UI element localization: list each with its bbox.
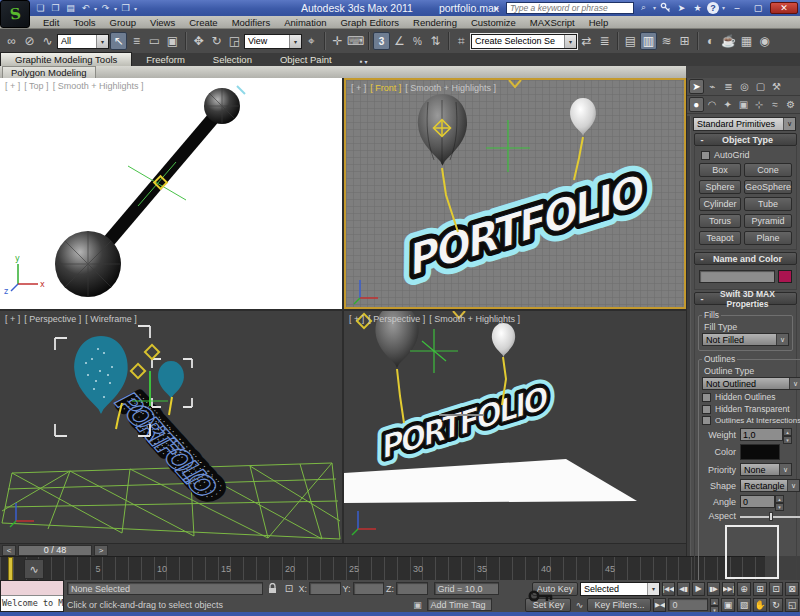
spinner-arrows-icon[interactable]: ▴▾: [775, 495, 784, 508]
subscription-key-icon[interactable]: [659, 1, 672, 14]
menu-customize[interactable]: Customize: [464, 17, 523, 28]
plane-button[interactable]: Plane: [744, 231, 792, 245]
modify-tab-icon[interactable]: ⌁: [705, 79, 720, 94]
cylinder-button[interactable]: Cylinder: [699, 197, 741, 211]
next-frame-button[interactable]: ▮▶: [707, 582, 720, 596]
undo-icon[interactable]: ↶: [79, 2, 92, 15]
viewport-top[interactable]: [ + ] [ Top ] [ Smooth + Highlights ]: [0, 78, 342, 309]
spinner-arrows-icon[interactable]: ▴▾: [783, 428, 792, 441]
viewport-perspective-shaded[interactable]: [ + ] [ Perspective ] [ Smooth + Highlig…: [344, 311, 686, 543]
hidden-outlines-checkbox[interactable]: Hidden Outlines: [702, 392, 800, 402]
view port-name-label[interactable]: [ Perspective ]: [368, 314, 425, 324]
layer-manager-icon[interactable]: ▤: [622, 32, 639, 50]
display-tab-icon[interactable]: ▢: [753, 79, 768, 94]
menu-rendering[interactable]: Rendering: [406, 17, 464, 28]
viewport-shading-label[interactable]: [ Smooth + Highlights ]: [429, 314, 520, 324]
create-tab-icon[interactable]: ➤: [689, 79, 704, 94]
frame-spinner-icon[interactable]: ▴▾: [710, 598, 719, 611]
menu-modifiers[interactable]: Modifiers: [225, 17, 278, 28]
angle-spinner[interactable]: 0 ▴▾: [740, 495, 784, 508]
infocenter-expander-icon[interactable]: ▸: [490, 1, 503, 14]
ribbon-tab-object-paint[interactable]: Object Paint: [266, 53, 346, 66]
name-color-header[interactable]: - Name and Color: [694, 252, 797, 265]
priority-dropdown[interactable]: None ∨: [740, 463, 792, 476]
outline-type-dropdown[interactable]: Not Outlined ∨: [702, 377, 800, 390]
x-coord-field[interactable]: [309, 582, 341, 595]
rendered-frame-window-icon[interactable]: ▦: [738, 32, 755, 50]
geometry-category-icon[interactable]: ●: [689, 97, 704, 112]
named-selection-set-dropdown[interactable]: Create Selection Se ▾: [471, 34, 577, 49]
undo-caret-icon[interactable]: ▾: [94, 5, 97, 12]
cameras-category-icon[interactable]: ▣: [736, 97, 751, 112]
shape-dropdown[interactable]: Rectangle ∨: [740, 479, 800, 492]
window-crossing-icon[interactable]: ▣: [164, 32, 181, 50]
viewport-name-label[interactable]: [ Top ]: [24, 81, 48, 91]
menu-help[interactable]: Help: [582, 17, 616, 28]
select-and-manipulate-icon[interactable]: ✛: [329, 32, 346, 50]
select-object-icon[interactable]: ↖: [110, 32, 127, 50]
viewport-menu-label[interactable]: [ + ]: [5, 314, 20, 324]
time-slider-next-button[interactable]: >: [94, 545, 108, 556]
material-editor-icon[interactable]: ◐: [702, 32, 719, 50]
maximize-viewport-icon[interactable]: ◱: [785, 598, 799, 612]
redo-icon[interactable]: ↷: [99, 2, 112, 15]
outline-color-swatch[interactable]: [740, 444, 780, 460]
workspace-caret-icon[interactable]: ▾: [134, 5, 137, 12]
snap-toggle-3d-icon[interactable]: 3: [373, 32, 390, 50]
selection-lock-icon[interactable]: [265, 582, 279, 595]
previous-frame-button[interactable]: ◀▮: [677, 582, 690, 596]
unlink-selection-icon[interactable]: ⊘: [21, 32, 38, 50]
weight-spinner[interactable]: 1,0 ▴▾: [740, 428, 792, 441]
zoom-icon[interactable]: ⊕: [737, 582, 751, 596]
ribbon-tab-selection[interactable]: Selection: [199, 53, 266, 66]
helpers-category-icon[interactable]: ⊹: [752, 97, 767, 112]
app-menu-button[interactable]: S: [0, 0, 30, 28]
spinner-snap-icon[interactable]: ⇅: [427, 32, 444, 50]
go-to-start-button[interactable]: |◀◀: [662, 582, 675, 596]
maxscript-mini-listener[interactable]: Welcome to M: [0, 580, 64, 612]
object-type-header[interactable]: - Object Type: [694, 133, 797, 146]
favorites-star-icon[interactable]: ★: [691, 1, 704, 14]
ribbon-panel-polygon-modeling[interactable]: Polygon Modeling: [2, 66, 96, 78]
primitive-category-dropdown[interactable]: Standard Primitives ∨: [693, 117, 796, 131]
play-button[interactable]: ▶: [692, 582, 705, 596]
ribbon-tab-freeform[interactable]: Freeform: [132, 53, 199, 66]
cone-button[interactable]: Cone: [744, 163, 792, 177]
close-button[interactable]: ✕: [770, 2, 798, 14]
geosphere-button[interactable]: GeoSphere: [744, 180, 792, 194]
ribbon-overflow-caret-icon[interactable]: ▾: [365, 58, 368, 65]
time-slider-handle[interactable]: 0 / 48: [18, 545, 92, 556]
viewport-name-label[interactable]: [ Front ]: [370, 83, 401, 93]
project-workspace-icon[interactable]: ❒: [119, 2, 132, 15]
search-input[interactable]: Type a keyword or phrase: [506, 2, 634, 14]
new-file-icon[interactable]: ❏: [34, 2, 47, 15]
current-frame-marker[interactable]: [8, 557, 13, 581]
pan-hand-icon[interactable]: ✋: [753, 598, 767, 612]
panel-scrollbar[interactable]: [687, 116, 691, 556]
viewport-menu-label[interactable]: [ + ]: [349, 314, 364, 324]
viewport-name-label[interactable]: [ Perspective ]: [24, 314, 81, 324]
use-pivot-center-icon[interactable]: ⌖: [303, 32, 320, 50]
curve-editor-icon[interactable]: ≋: [658, 32, 675, 50]
ribbon-overflow-icon[interactable]: ▪: [360, 57, 363, 66]
aspect-slider[interactable]: [740, 512, 800, 521]
search-icon[interactable]: ⌕: [637, 1, 650, 14]
menu-maxscript[interactable]: MAXScript: [523, 17, 582, 28]
z-coord-field[interactable]: [396, 582, 428, 595]
object-name-field[interactable]: [699, 270, 775, 283]
y-coord-field[interactable]: [353, 582, 385, 595]
viewport-menu-label[interactable]: [ + ]: [5, 81, 20, 91]
help-icon[interactable]: ?: [707, 2, 719, 14]
reference-coordinate-dropdown[interactable]: View ▾: [244, 34, 302, 49]
isolate-selection-icon[interactable]: ▣: [411, 598, 425, 611]
viewport-front-active[interactable]: [ + ] [ Front ] [ Smooth + Highlights ] …: [344, 78, 686, 309]
hidden-transparent-checkbox[interactable]: Hidden Transparent: [702, 404, 800, 414]
slider-thumb[interactable]: [769, 512, 773, 521]
lights-category-icon[interactable]: ✦: [720, 97, 735, 112]
select-and-rotate-icon[interactable]: ↻: [208, 32, 225, 50]
space-warps-category-icon[interactable]: ≈: [768, 97, 783, 112]
motion-tab-icon[interactable]: ◎: [737, 79, 752, 94]
menu-create[interactable]: Create: [182, 17, 225, 28]
render-production-icon[interactable]: ◉: [756, 32, 773, 50]
percent-snap-icon[interactable]: %: [409, 32, 426, 50]
